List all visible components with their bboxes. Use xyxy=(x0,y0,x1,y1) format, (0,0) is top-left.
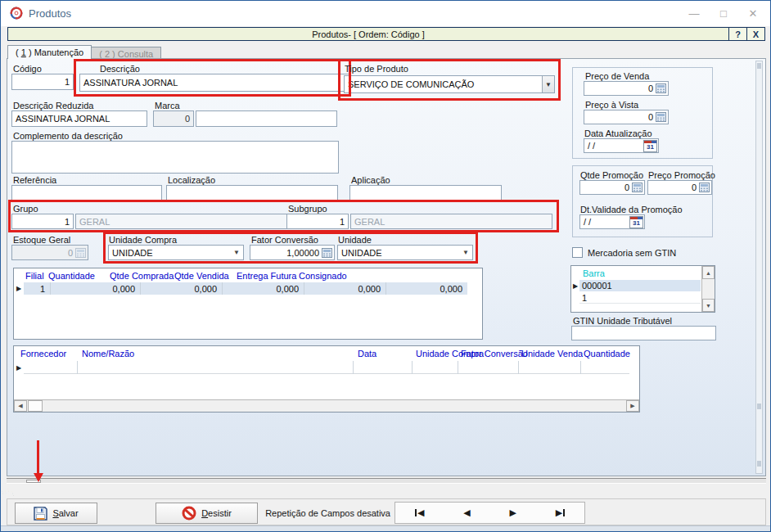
title-bar: Produtos — □ ✕ xyxy=(1,1,770,26)
calculator-icon[interactable] xyxy=(656,112,666,122)
qtde-promocao-field[interactable]: 0 xyxy=(579,180,645,195)
stock-col-quantidade: Quantidade xyxy=(48,271,95,281)
scrollbar-mark xyxy=(757,404,761,409)
chevron-down-icon[interactable]: ▼ xyxy=(462,249,469,256)
referencia-label: Referência xyxy=(13,175,56,185)
dt-validade-promocao-label: Dt.Validade da Promoção xyxy=(580,205,683,214)
calendar-icon[interactable]: 31 xyxy=(643,140,657,152)
maximize-icon[interactable]: □ xyxy=(715,6,733,20)
complemento-textarea[interactable] xyxy=(11,141,339,174)
vertical-scrollbar[interactable]: ▲ ▼ xyxy=(701,266,715,312)
row-indicator-icon: ▶ xyxy=(16,364,21,372)
subgrupo-name-field: GERAL xyxy=(350,214,552,229)
supplier-grid: Fornecedor Nome/Razão Data Unidade Compr… xyxy=(13,345,640,413)
scrollbar-thumb[interactable] xyxy=(28,400,43,412)
unidade-compra-combobox[interactable]: UNIDADE ▼ xyxy=(108,245,244,260)
close-icon[interactable]: ✕ xyxy=(744,6,762,20)
status-strip xyxy=(1,525,770,532)
first-record-button[interactable]: ◀ xyxy=(415,507,424,518)
estoque-geral-field: 0 xyxy=(11,245,88,260)
repeat-fields-label: Repetição de Campos desativa xyxy=(257,508,390,518)
marca-code-field[interactable]: 0 xyxy=(153,110,194,127)
stock-col-consignado: Consignado xyxy=(299,271,347,281)
unidade-combobox[interactable]: UNIDADE ▼ xyxy=(337,245,473,260)
scrollbar-thumb[interactable] xyxy=(757,63,761,69)
chevron-down-icon[interactable]: ▼ xyxy=(233,249,240,256)
scroll-down-icon[interactable]: ▼ xyxy=(702,299,715,312)
tab-manutencao[interactable]: ( 1 ) Manutenção xyxy=(7,45,92,59)
preco-venda-field[interactable]: 0 xyxy=(584,81,669,96)
calculator-icon[interactable] xyxy=(656,83,666,93)
marca-name-field[interactable] xyxy=(196,110,337,127)
supplier-col-unidade-venda: Unidade Venda xyxy=(521,349,583,358)
save-button[interactable]: Salvar xyxy=(15,503,97,524)
prior-record-button[interactable]: ◀ xyxy=(463,507,470,518)
calculator-icon[interactable] xyxy=(322,248,332,258)
supplier-col-data: Data xyxy=(358,349,376,358)
subgrupo-code-field[interactable]: 1 xyxy=(286,214,349,229)
form-caption: Produtos- [ Ordem: Código ] xyxy=(8,29,728,39)
descricao-field[interactable]: ASSINATURA JORNAL xyxy=(79,74,349,92)
data-atualizacao-field[interactable]: / / 31 xyxy=(584,138,659,153)
price-groupbox: Preço de Venda 0 Preço à Vista 0 Data At… xyxy=(572,67,713,159)
app-swirl-icon xyxy=(9,6,24,24)
supplier-col-fator-conversao: Fator Conversão xyxy=(461,349,528,358)
calculator-icon xyxy=(75,248,86,258)
last-record-button[interactable]: ▶ xyxy=(556,507,565,518)
codigo-label: Código xyxy=(13,64,42,74)
window-title: Produtos xyxy=(29,7,71,20)
aplicacao-field[interactable] xyxy=(349,185,502,201)
promo-groupbox: Qtde Promoção 0 Preço Promoção 0 Dt.Vali… xyxy=(572,165,713,237)
scroll-right-icon[interactable]: ▶ xyxy=(626,400,639,412)
stock-grid: Filial Quantidade Qtde Comprada Qtde Ven… xyxy=(13,268,483,340)
supplier-col-quantidade: Quantidade xyxy=(584,349,630,358)
data-atualizacao-label: Data Atualização xyxy=(584,128,652,138)
floppy-disk-icon xyxy=(34,507,47,521)
descricao-reduzida-field[interactable]: ASSINATURA JORNAL xyxy=(11,110,147,127)
grupo-code-field[interactable]: 1 xyxy=(11,214,74,229)
chevron-down-icon[interactable]: ▼ xyxy=(542,76,554,92)
next-record-button[interactable]: ▶ xyxy=(509,507,516,518)
complemento-label: Complemento da descrição xyxy=(13,131,123,141)
preco-vista-field[interactable]: 0 xyxy=(584,110,669,124)
stock-col-qtde-comprada: Qtde Comprada xyxy=(110,271,174,281)
cancel-button[interactable]: Desistir xyxy=(156,503,258,524)
preco-promocao-field[interactable]: 0 xyxy=(647,180,712,195)
scroll-up-icon[interactable]: ▲ xyxy=(702,266,715,279)
horizontal-scrollbar[interactable]: ◀ ▶ xyxy=(14,399,639,412)
localizacao-field[interactable] xyxy=(166,185,338,201)
unidade-label: Unidade xyxy=(338,235,372,245)
gtin-tributavel-field[interactable] xyxy=(571,326,716,340)
mercadoria-sem-gtin-checkbox[interactable] xyxy=(572,247,583,258)
help-button[interactable]: ? xyxy=(728,28,746,40)
subgrupo-label: Subgrupo xyxy=(288,204,327,214)
estoque-geral-label: Estoque Geral xyxy=(13,235,70,245)
fator-conversao-field[interactable]: 1,00000 xyxy=(250,245,335,260)
descricao-label: Descrição xyxy=(100,64,140,74)
form-close-button[interactable]: X xyxy=(746,28,764,40)
scrollbar-mark xyxy=(757,461,761,467)
fator-conversao-label: Fator Conversão xyxy=(251,235,318,245)
tipo-produto-combobox[interactable]: SERVIÇO DE COMUNICAÇÃO ▼ xyxy=(344,75,555,93)
footer-bar: Salvar Desistir Repetição de Campos desa… xyxy=(7,498,766,525)
manutencao-tab-page: Código 1 Descrição ASSINATURA JORNAL Tip… xyxy=(7,58,766,476)
calculator-icon[interactable] xyxy=(632,183,642,192)
dt-validade-promocao-field[interactable]: / / 31 xyxy=(579,214,645,229)
calendar-icon[interactable]: 31 xyxy=(629,216,643,228)
annotation-arrow xyxy=(37,440,39,474)
form-caption-bar: Produtos- [ Ordem: Código ] ? X xyxy=(7,27,765,41)
tab-consulta[interactable]: ( 2 ) Consulta xyxy=(92,47,161,59)
tabset-groove xyxy=(7,478,766,484)
preco-vista-label: Preço à Vista xyxy=(585,100,638,110)
scroll-left-icon[interactable]: ◀ xyxy=(14,400,27,412)
codigo-field[interactable]: 1 xyxy=(11,74,74,90)
grupo-label: Grupo xyxy=(13,204,38,214)
panel-scrollbar[interactable] xyxy=(755,61,763,474)
produtos-window: Produtos — □ ✕ Produtos- [ Ordem: Código… xyxy=(0,0,771,532)
grupo-name-field: GERAL xyxy=(75,214,304,229)
supplier-col-nome-razao: Nome/Razão xyxy=(82,349,134,358)
minimize-icon[interactable]: — xyxy=(685,6,703,20)
calculator-icon[interactable] xyxy=(699,183,710,192)
prohibition-icon xyxy=(182,506,196,521)
referencia-field[interactable] xyxy=(11,185,162,201)
